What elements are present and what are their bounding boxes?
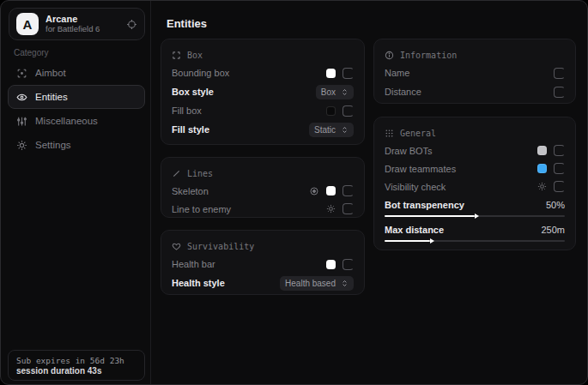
row-label: Draw BOTs: [385, 146, 433, 156]
bot-transparency-slider[interactable]: [385, 215, 565, 217]
row-label: Distance: [385, 87, 421, 97]
dropdown-value: Static: [314, 125, 336, 135]
entities-eye-icon: [16, 92, 27, 103]
sidebar-item-miscellaneous[interactable]: Miscellaneous: [8, 109, 145, 133]
fill-style-row: Fill style Static: [172, 120, 354, 139]
health-style-row: Health style Health based: [172, 274, 354, 292]
session-duration-text: session duration 43s: [16, 366, 136, 376]
grid-icon: [385, 129, 394, 138]
app-subtitle: for Battlefield 6: [45, 25, 119, 34]
slider-fill[interactable]: [385, 215, 475, 217]
color-swatch[interactable]: [537, 164, 547, 173]
box-section-header: Box: [172, 46, 354, 63]
skeleton-checkbox[interactable]: [342, 185, 354, 196]
color-swatch[interactable]: [326, 69, 336, 78]
max-distance-row: Max distance 250m: [385, 222, 565, 238]
row-label: Fill box: [172, 105, 202, 116]
row-label: Bot transpenency: [385, 200, 464, 210]
survivability-section-header: Survivability: [172, 238, 354, 255]
sidebar-item-entities[interactable]: Entities: [8, 85, 145, 109]
unfold-icon: [341, 280, 349, 287]
bounding-box-row: Bounding box: [172, 63, 354, 82]
name-row: Name: [385, 63, 565, 82]
gear-icon: [16, 140, 27, 151]
line-to-enemy-row: Line to enemy: [172, 200, 354, 218]
diagonal-line-icon: [172, 169, 181, 178]
row-label: Health bar: [172, 259, 215, 269]
bounding-box-checkbox[interactable]: [342, 68, 354, 79]
target-icon[interactable]: [309, 186, 319, 196]
color-swatch[interactable]: [537, 146, 547, 155]
slider-fill[interactable]: [385, 240, 430, 242]
sidebar-item-label: Miscellaneous: [35, 116, 98, 126]
section-title: Survivability: [187, 242, 254, 251]
color-swatch[interactable]: [326, 106, 336, 116]
health-bar-row: Health bar: [172, 255, 354, 274]
max-distance-value: 250m: [541, 225, 565, 235]
color-swatch[interactable]: [326, 260, 336, 269]
gear-icon[interactable]: [537, 182, 547, 191]
row-label: Draw teammates: [385, 164, 456, 174]
crosshair-icon[interactable]: [126, 19, 137, 30]
page-title: Entities: [167, 17, 207, 30]
sidebar-item-label: Settings: [35, 140, 71, 150]
information-section-header: Information: [385, 46, 565, 63]
sidebar-item-settings[interactable]: Settings: [8, 133, 145, 157]
health-style-dropdown[interactable]: Health based: [280, 276, 354, 291]
box-icon: [172, 51, 181, 60]
row-label: Health style: [172, 278, 225, 288]
bot-transparency-value: 50%: [546, 200, 565, 210]
box-section: Box Bounding box Box style Box: [161, 39, 365, 145]
section-title: Information: [400, 51, 457, 60]
box-style-dropdown[interactable]: Box: [316, 85, 354, 99]
name-checkbox[interactable]: [554, 68, 565, 79]
section-title: General: [400, 129, 436, 138]
app-header: A Arcane for Battlefield 6: [9, 8, 145, 40]
section-title: Box: [187, 51, 203, 60]
fill-box-row: Fill box: [172, 101, 354, 120]
unfold-icon: [341, 88, 349, 96]
dropdown-value: Health based: [285, 279, 336, 288]
gear-icon[interactable]: [326, 204, 336, 214]
sidebar: A Arcane for Battlefield 6 Category Aimb…: [1, 1, 151, 384]
sidebar-item-label: Aimbot: [35, 68, 66, 78]
max-distance-slider[interactable]: [385, 240, 565, 242]
survivability-section: Survivability Health bar Health style He…: [161, 230, 365, 295]
app-window: A Arcane for Battlefield 6 Category Aimb…: [0, 0, 588, 385]
draw-bots-row: Draw BOTs: [385, 141, 565, 159]
subscription-info: Sub expires in 56d 23h session duration …: [8, 350, 145, 381]
app-title-block: Arcane for Battlefield 6: [45, 14, 119, 34]
category-label: Category: [14, 48, 49, 57]
dropdown-value: Box: [321, 87, 336, 97]
max-distance-group: Max distance 250m: [385, 222, 565, 242]
information-section: Information Name Distance: [373, 39, 576, 104]
distance-checkbox[interactable]: [554, 87, 565, 98]
draw-teammates-row: Draw teammates: [385, 159, 565, 177]
sidebar-nav: Aimbot Entities Miscellaneous: [8, 61, 145, 157]
row-label: Name: [385, 68, 409, 78]
visibility-check-row: Visibility check: [385, 177, 565, 196]
row-label: Fill style: [172, 124, 209, 135]
box-style-row: Box style Box: [172, 82, 354, 101]
main-panel: Entities Box Bounding box Box style: [151, 1, 587, 384]
health-bar-checkbox[interactable]: [342, 259, 354, 270]
lines-section-header: Lines: [172, 165, 354, 182]
lines-section: Lines Skeleton Line to enemy: [161, 157, 365, 218]
line-to-enemy-checkbox[interactable]: [342, 203, 354, 214]
visibility-check-checkbox[interactable]: [554, 181, 565, 192]
info-icon: [385, 51, 394, 60]
color-swatch[interactable]: [326, 186, 336, 196]
unfold-icon: [341, 126, 349, 134]
draw-bots-checkbox[interactable]: [554, 145, 565, 156]
fill-style-dropdown[interactable]: Static: [309, 123, 354, 137]
draw-teammates-checkbox[interactable]: [554, 163, 565, 174]
fill-box-checkbox[interactable]: [342, 105, 354, 117]
app-name: Arcane: [45, 14, 119, 25]
app-logo: A: [16, 13, 39, 35]
sub-expiry-text: Sub expires in 56d 23h: [16, 356, 136, 365]
distance-row: Distance: [385, 82, 565, 101]
sidebar-item-aimbot[interactable]: Aimbot: [8, 61, 145, 85]
skeleton-row: Skeleton: [172, 182, 354, 200]
bot-transparency-group: Bot transpenency 50%: [385, 197, 565, 217]
aimbot-crosshair-icon: [16, 68, 27, 79]
